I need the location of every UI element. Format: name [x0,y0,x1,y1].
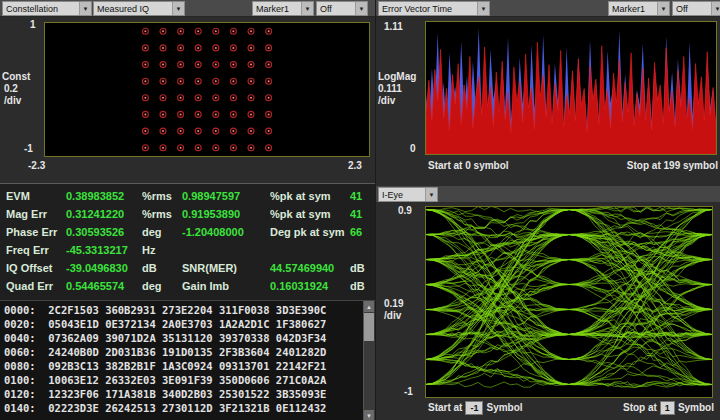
eye-trace-dropdown[interactable]: I-Eye ▼ [378,187,438,202]
eye-toolbar: I-Eye ▼ [376,186,720,202]
chevron-down-icon: ▼ [477,2,489,15]
hex-row: 0040: 07362A09 39071D2A 35131120 3937033… [0,331,363,345]
trace-toolbar: Constellation ▼ Measured IQ ▼ Marker1 ▼ … [0,0,720,17]
ev-y-div-label: /div [378,95,395,106]
measurement-value: 0.30593526 [66,226,142,238]
chevron-down-icon: ▼ [657,2,669,15]
measurement-summary-panel: EVM0.38983852%rms0.98947597%pk at sym41M… [0,183,375,304]
measurement-label: Freq Err [6,244,66,256]
measurement-label: deg [142,226,182,238]
scroll-up-icon[interactable]: ▲ [364,301,374,312]
measurement-value: 0.91953890 [182,208,270,220]
hex-row: 0140: 02223D3E 26242513 2730112D 3F21321… [0,401,363,415]
error-vector-plot [426,22,716,154]
measurement-value: 41 [350,190,370,202]
measurement-value: 0.54465574 [66,280,142,292]
chevron-down-icon: ▼ [172,2,184,15]
constellation-x-min-label: -2.3 [28,160,45,171]
measurement-label: dB [350,262,370,274]
error-vector-plot-area[interactable] [425,21,717,155]
measurement-table: EVM0.38983852%rms0.98947597%pk at sym41M… [0,187,375,295]
chevron-down-icon: ▼ [79,2,91,15]
chevron-down-icon: ▼ [355,2,367,15]
eye-start-prefix: Start at [428,402,462,413]
measurement-label: Mag Err [6,208,66,220]
constellation-plot [45,23,369,156]
measurement-row: EVM0.38983852%rms0.98947597%pk at sym41 [0,187,375,205]
left-marker-mode-dropdown[interactable]: Off ▼ [316,1,368,16]
measurement-value: 0.38983852 [66,190,142,202]
left-trace-format-dropdown[interactable]: Measured IQ ▼ [93,1,185,16]
chevron-down-icon: ▼ [425,188,437,201]
symbol-table-panel: 0000: 2C2F1503 360B2931 273E2204 311F003… [0,300,375,420]
right-trace-type-dropdown[interactable]: Error Vector Time ▼ [378,1,490,16]
measurement-row: Mag Err0.31241220%rms0.91953890%pk at sy… [0,205,375,223]
measurement-value: 0.31241220 [66,208,142,220]
measurement-label: deg [142,280,182,292]
hex-row: 0020: 05043E1D 0E372134 2A0E3703 1A2A2D1… [0,317,363,331]
ev-y-axis-label: LogMag [378,71,416,82]
eye-start-value-field[interactable]: -1 [465,401,483,415]
measurement-value: -39.0496830 [66,262,142,274]
chevron-down-icon: ▼ [301,2,313,15]
eye-plot-area[interactable] [425,206,713,398]
right-marker-mode-label: Off [673,4,691,14]
measurement-label: Quad Err [6,280,66,292]
constellation-plot-area[interactable] [44,22,370,157]
measurement-label: %rms [142,208,182,220]
vsa-window: Constellation ▼ Measured IQ ▼ Marker1 ▼ … [0,0,720,420]
hex-row: 0060: 24240B0D 2D031B36 191D0135 2F3B360… [0,345,363,359]
constellation-y-scale-label: 0.2 [4,83,18,94]
right-marker-dropdown[interactable]: Marker1 ▼ [608,1,670,16]
constellation-y-max-label: 1 [30,19,36,30]
scroll-down-icon[interactable]: ▼ [364,410,374,420]
eye-panel: 0.9 0.19 /div -1 Start at-1Symbol Stop a… [376,202,720,420]
eye-y-min-label: -1 [404,386,413,397]
right-marker-mode-dropdown[interactable]: Off ▼ [672,1,720,16]
ev-stop-label: Stop at 199 symbol [627,160,718,171]
measurement-value: 44.57469940 [270,262,350,274]
measurement-label: %pk at sym [270,190,350,202]
right-trace-type-label: Error Vector Time [379,4,455,14]
panel-divider [375,0,376,420]
measurement-label: Deg pk at sym [270,226,350,238]
eye-plot [426,207,712,397]
constellation-y-axis-label: Const [2,71,30,82]
ev-y-scale-label: 0.111 [378,83,402,94]
left-marker-dropdown[interactable]: Marker1 ▼ [252,1,314,16]
measurement-row: Quad Err0.54465574degGain Imb0.16031924d… [0,277,375,295]
measurement-value: 41 [350,208,370,220]
hex-row: 0000: 2C2F1503 360B2931 273E2204 311F003… [0,303,363,317]
measurement-label: dB [350,280,370,292]
measurement-value: 0.98947597 [182,190,270,202]
ev-y-max-label: 1.11 [384,21,403,32]
eye-stop-value-field[interactable]: 1 [660,401,675,415]
scrollbar-thumb[interactable] [364,313,374,341]
left-trace-type-label: Constellation [3,4,61,14]
eye-stop-suffix: Symbol [678,402,714,413]
constellation-x-max-label: 2.3 [348,160,362,171]
measurement-value: 66 [350,226,370,238]
measurement-label: Phase Err [6,226,66,238]
measurement-label: EVM [6,190,66,202]
eye-stop-prefix: Stop at [623,402,657,413]
hex-row: 0120: 12323F06 171A381B 340D2B03 2530152… [0,387,363,401]
left-trace-type-dropdown[interactable]: Constellation ▼ [2,1,92,16]
eye-start-suffix: Symbol [486,402,522,413]
measurement-row: Phase Err0.30593526deg-1.20408000Deg pk … [0,223,375,241]
constellation-panel: 1 Const 0.2 /div -1 -2.3 2.3 [0,17,375,183]
measurement-label: Hz [142,244,182,256]
hex-rows: 0000: 2C2F1503 360B2931 273E2204 311F003… [0,303,363,420]
measurement-label: Gain Imb [182,280,270,292]
symbol-table-scrollbar[interactable]: ▲ ▼ [363,301,375,420]
ev-y-min-label: 0 [410,143,416,154]
measurement-row: Freq Err-45.3313217Hz [0,241,375,259]
measurement-value: -1.20408000 [182,226,270,238]
eye-stop-group: Stop at1Symbol [623,401,714,415]
measurement-value: 0.16031924 [270,280,350,292]
measurement-label: %rms [142,190,182,202]
left-trace-format-label: Measured IQ [94,4,152,14]
measurement-label: %pk at sym [270,208,350,220]
ev-start-label: Start at 0 symbol [428,160,509,171]
measurement-row: IQ Offset-39.0496830dBSNR(MER)44.5746994… [0,259,375,277]
